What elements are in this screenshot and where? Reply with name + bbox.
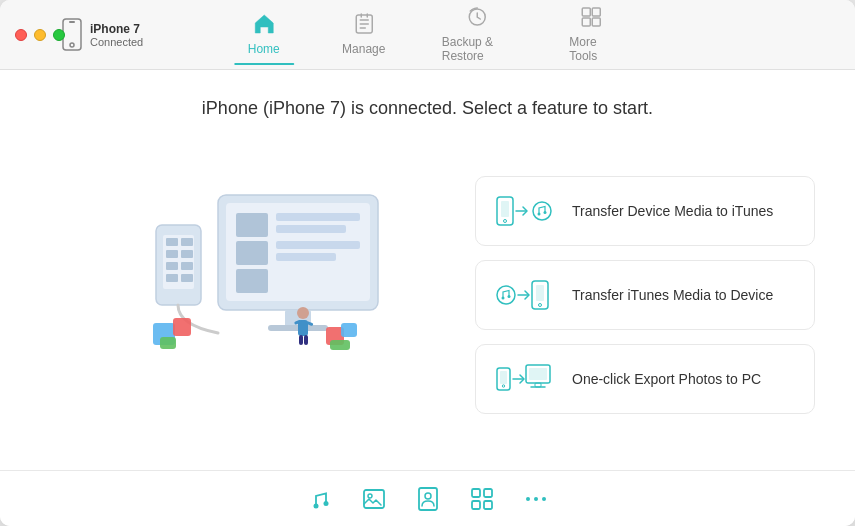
svg-point-2 (70, 43, 74, 47)
device-text: iPhone 7 Connected (90, 22, 143, 48)
svg-rect-1 (69, 21, 75, 23)
tab-manage[interactable]: Manage (314, 5, 414, 64)
feature-card-transfer-to-device[interactable]: Transfer iTunes Media to Device (475, 260, 815, 330)
svg-rect-43 (501, 201, 509, 217)
svg-rect-58 (529, 368, 547, 380)
svg-rect-26 (166, 262, 178, 270)
tab-backup-restore[interactable]: Backup & Restore (414, 0, 542, 71)
svg-rect-34 (341, 323, 357, 337)
svg-rect-41 (304, 335, 308, 345)
svg-point-63 (368, 494, 372, 498)
nav-tabs: Home Manage (214, 0, 642, 71)
svg-rect-31 (173, 318, 191, 336)
svg-point-65 (425, 493, 431, 499)
transfer-to-itunes-icon (496, 193, 556, 229)
svg-rect-35 (330, 340, 350, 350)
tab-backup-label: Backup & Restore (442, 35, 514, 63)
svg-point-71 (534, 497, 538, 501)
svg-point-53 (539, 303, 542, 306)
feature-label-transfer-to-device: Transfer iTunes Media to Device (572, 287, 773, 303)
svg-point-45 (533, 202, 551, 220)
svg-rect-14 (236, 241, 268, 265)
titlebar: iPhone 7 Connected Home (0, 0, 855, 70)
svg-rect-29 (181, 274, 193, 282)
toolbar-apps-icon[interactable] (469, 486, 495, 512)
svg-point-49 (502, 296, 505, 299)
svg-point-36 (297, 307, 309, 319)
svg-point-56 (502, 384, 504, 386)
svg-rect-55 (500, 371, 507, 384)
maximize-button[interactable] (53, 29, 65, 41)
svg-point-72 (542, 497, 546, 501)
svg-point-44 (504, 219, 507, 222)
backup-icon (467, 6, 489, 31)
transfer-to-device-icon (496, 277, 556, 313)
feature-card-export-photos[interactable]: One-click Export Photos to PC (475, 344, 815, 414)
feature-card-transfer-to-itunes[interactable]: Transfer Device Media to iTunes (475, 176, 815, 246)
svg-rect-15 (236, 269, 268, 293)
content-area: iPhone (iPhone 7) is connected. Select a… (0, 70, 855, 526)
device-name: iPhone 7 (90, 22, 143, 36)
traffic-lights (15, 29, 65, 41)
toolbar-music-icon[interactable] (307, 486, 333, 512)
svg-rect-25 (181, 250, 193, 258)
more-tools-icon (580, 6, 602, 31)
svg-point-61 (323, 501, 328, 506)
svg-rect-23 (181, 238, 193, 246)
svg-rect-66 (472, 489, 480, 497)
minimize-button[interactable] (34, 29, 46, 41)
illustration (40, 165, 455, 425)
svg-rect-18 (276, 241, 360, 249)
svg-rect-0 (63, 19, 81, 50)
tab-home-label: Home (248, 42, 280, 56)
hero-illustration (88, 165, 408, 425)
feature-label-export-photos: One-click Export Photos to PC (572, 371, 761, 387)
tab-more-tools-label: More Tools (569, 35, 613, 63)
svg-rect-5 (582, 8, 590, 16)
home-icon (253, 13, 275, 38)
toolbar-contacts-icon[interactable] (415, 486, 441, 512)
toolbar-photos-icon[interactable] (361, 486, 387, 512)
main-area: Transfer Device Media to iTunes (0, 119, 855, 470)
app-window: iPhone 7 Connected Home (0, 0, 855, 526)
svg-rect-17 (276, 225, 346, 233)
close-button[interactable] (15, 29, 27, 41)
feature-label-transfer-to-itunes: Transfer Device Media to iTunes (572, 203, 773, 219)
svg-rect-13 (236, 213, 268, 237)
svg-rect-6 (592, 8, 600, 16)
bottom-toolbar (0, 470, 855, 526)
tab-home[interactable]: Home (214, 5, 314, 64)
svg-rect-22 (166, 238, 178, 246)
svg-rect-68 (472, 501, 480, 509)
manage-icon (353, 13, 375, 38)
svg-rect-24 (166, 250, 178, 258)
export-photos-icon (496, 361, 556, 397)
svg-rect-19 (276, 253, 336, 261)
tab-more-tools[interactable]: More Tools (541, 0, 641, 71)
device-info: iPhone 7 Connected (62, 18, 143, 51)
svg-point-60 (313, 503, 318, 508)
svg-rect-32 (160, 337, 176, 349)
svg-point-70 (526, 497, 530, 501)
svg-rect-69 (484, 501, 492, 509)
svg-rect-52 (536, 285, 544, 301)
svg-point-46 (538, 212, 541, 215)
svg-rect-7 (582, 18, 590, 26)
device-icon (62, 18, 82, 51)
svg-rect-40 (299, 335, 303, 345)
svg-rect-28 (166, 274, 178, 282)
svg-rect-16 (276, 213, 360, 221)
feature-cards: Transfer Device Media to iTunes (475, 176, 815, 414)
svg-rect-67 (484, 489, 492, 497)
svg-point-47 (544, 211, 547, 214)
svg-point-50 (508, 295, 511, 298)
tab-manage-label: Manage (342, 42, 385, 56)
device-status: Connected (90, 36, 143, 48)
svg-rect-8 (592, 18, 600, 26)
headline: iPhone (iPhone 7) is connected. Select a… (0, 98, 855, 119)
toolbar-more-icon[interactable] (523, 486, 549, 512)
svg-rect-27 (181, 262, 193, 270)
svg-point-48 (497, 286, 515, 304)
